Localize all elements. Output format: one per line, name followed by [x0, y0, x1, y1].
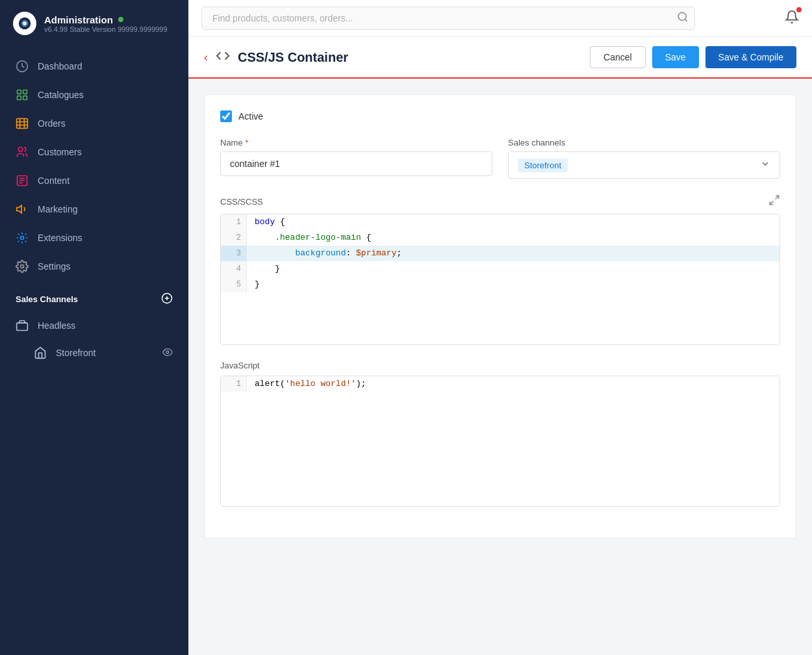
css-section-title: CSS/SCSS	[220, 197, 263, 207]
save-button[interactable]: Save	[652, 46, 699, 68]
js-section-header: JavaScript	[220, 361, 780, 370]
form-card: Active Name * Sales channels Storefront	[204, 94, 796, 539]
svg-line-17	[776, 196, 779, 199]
settings-icon	[16, 260, 29, 273]
svg-rect-5	[18, 96, 21, 100]
svg-rect-14	[17, 323, 28, 331]
back-button[interactable]: ‹	[204, 51, 208, 64]
css-editor[interactable]: 1 body { 2 .header-logo-main { 3 backgro…	[220, 214, 780, 345]
svg-point-8	[18, 148, 23, 152]
add-channel-button[interactable]	[161, 292, 173, 306]
sidebar-item-label: Catalogues	[38, 90, 84, 100]
extensions-icon	[16, 231, 29, 244]
form-row: Name * Sales channels Storefront	[220, 138, 780, 179]
notification-button[interactable]	[785, 10, 799, 27]
svg-line-18	[770, 201, 773, 205]
name-input[interactable]	[220, 151, 492, 176]
search-icon[interactable]	[677, 11, 689, 25]
css-line-3: 3 background: $primary;	[221, 246, 780, 261]
expand-icon[interactable]	[768, 194, 780, 209]
active-row: Active	[220, 110, 780, 122]
sidebar-item-label: Orders	[38, 118, 66, 129]
active-checkbox[interactable]	[220, 110, 232, 122]
page-title: CSS/JS Container	[238, 50, 348, 65]
css-section-header: CSS/SCSS	[220, 194, 780, 209]
status-dot	[118, 17, 123, 22]
marketing-icon	[16, 203, 29, 216]
sidebar-item-settings[interactable]: Settings	[0, 252, 188, 281]
code-icon[interactable]	[216, 49, 230, 66]
css-section: CSS/SCSS 1 body { 2 .header-logo-main	[220, 194, 780, 345]
dashboard-icon	[16, 60, 29, 73]
sidebar-item-catalogues[interactable]: Catalogues	[0, 81, 188, 109]
customers-icon	[16, 146, 29, 159]
sales-channels-section: Sales Channels	[0, 281, 188, 311]
brand-title: Administration	[44, 14, 168, 25]
sidebar-item-headless[interactable]: Headless	[0, 311, 188, 340]
js-section: JavaScript 1 alert('hello world!');	[220, 361, 780, 507]
search-input[interactable]	[201, 6, 695, 30]
sidebar-item-label: Storefront	[56, 348, 95, 358]
name-label: Name *	[220, 138, 492, 148]
css-editor-body: 1 body { 2 .header-logo-main { 3 backgro…	[221, 214, 780, 344]
js-editor[interactable]: 1 alert('hello world!');	[220, 376, 780, 507]
dropdown-arrow-icon	[760, 159, 770, 172]
app-logo[interactable]	[13, 12, 36, 35]
brand-version: v6.4.99 Stable Version 99999.9999999	[44, 25, 168, 33]
sidebar-item-storefront[interactable]: Storefront	[0, 340, 188, 366]
sidebar-item-label: Customers	[38, 147, 82, 157]
svg-point-11	[21, 237, 24, 240]
svg-rect-4	[23, 90, 27, 94]
css-line-4: 4 }	[221, 261, 780, 277]
svg-point-15	[166, 351, 169, 353]
storefront-eye-icon[interactable]	[162, 347, 173, 359]
svg-marker-10	[17, 205, 22, 213]
js-editor-body: 1 alert('hello world!');	[221, 376, 780, 506]
sidebar-item-customers[interactable]: Customers	[0, 138, 188, 166]
page-header-left: ‹ CSS/JS Container	[204, 49, 348, 66]
js-line-1: 1 alert('hello world!');	[221, 376, 780, 392]
name-field-group: Name *	[220, 138, 492, 179]
page-actions: Cancel Save Save & Compile	[590, 46, 796, 68]
css-line-2: 2 .header-logo-main {	[221, 230, 780, 246]
sidebar: Administration v6.4.99 Stable Version 99…	[0, 0, 188, 655]
sidebar-item-dashboard[interactable]: Dashboard	[0, 52, 188, 81]
storefront-icon	[34, 346, 47, 359]
sidebar-item-content[interactable]: Content	[0, 166, 188, 195]
cancel-button[interactable]: Cancel	[590, 46, 646, 68]
channel-tag: Storefront	[518, 159, 568, 172]
sidebar-item-label: Marketing	[38, 204, 77, 214]
topbar-actions	[785, 10, 799, 27]
notification-badge	[796, 7, 802, 12]
svg-rect-6	[23, 96, 27, 100]
sidebar-item-label: Extensions	[38, 233, 82, 243]
sidebar-item-marketing[interactable]: Marketing	[0, 195, 188, 224]
sales-channels-label: Sales channels	[508, 138, 780, 148]
sidebar-item-label: Dashboard	[38, 61, 82, 71]
sidebar-item-orders[interactable]: Orders	[0, 109, 188, 138]
page-header: ‹ CSS/JS Container Cancel Save Save & Co…	[188, 37, 812, 79]
save-compile-button[interactable]: Save & Compile	[705, 46, 796, 68]
main-content: ‹ CSS/JS Container Cancel Save Save & Co…	[188, 0, 812, 655]
orders-icon	[16, 117, 29, 130]
sales-channels-title: Sales Channels	[16, 294, 78, 304]
topbar	[188, 0, 812, 37]
sales-channels-dropdown[interactable]: Storefront	[508, 151, 780, 179]
css-line-1: 1 body {	[221, 214, 780, 230]
content-area: Active Name * Sales channels Storefront	[188, 79, 812, 655]
sidebar-nav: Dashboard Catalogues Orders Customers	[0, 47, 188, 655]
sidebar-item-label: Headless	[38, 320, 75, 331]
sidebar-item-label: Settings	[38, 261, 71, 272]
sidebar-item-label: Content	[38, 175, 70, 186]
css-line-5: 5 }	[221, 277, 780, 292]
active-label: Active	[238, 111, 263, 122]
svg-rect-3	[18, 90, 21, 94]
content-icon	[16, 174, 29, 187]
sales-channels-field-group: Sales channels Storefront	[508, 138, 780, 179]
catalogues-icon	[16, 88, 29, 101]
svg-point-1	[23, 21, 27, 25]
sidebar-item-extensions[interactable]: Extensions	[0, 224, 188, 252]
headless-icon	[16, 319, 29, 332]
sidebar-header: Administration v6.4.99 Stable Version 99…	[0, 0, 188, 47]
svg-rect-7	[17, 119, 28, 129]
